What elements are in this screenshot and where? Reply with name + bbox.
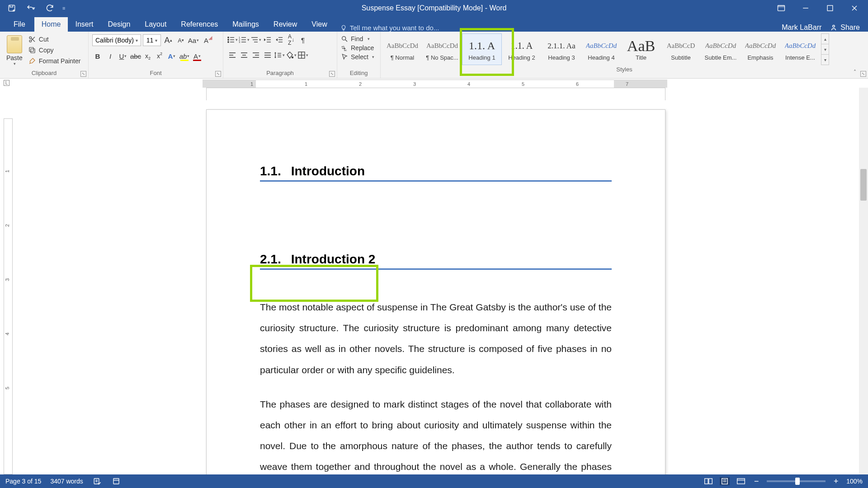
- replace-icon: abac: [341, 44, 348, 52]
- sort-button[interactable]: AZ↓: [286, 34, 297, 45]
- qat-customize[interactable]: ≡: [62, 5, 65, 11]
- style-heading-1[interactable]: 1.1. AHeading 1: [462, 33, 502, 65]
- tab-layout[interactable]: Layout: [137, 17, 174, 32]
- font-color-button[interactable]: A▾: [192, 51, 203, 61]
- format-painter-button[interactable]: Format Painter: [28, 57, 81, 65]
- align-center-button[interactable]: [239, 50, 250, 61]
- bold-button[interactable]: B: [92, 51, 103, 61]
- numbering-button[interactable]: 123▾: [239, 34, 250, 45]
- borders-button[interactable]: ▾: [297, 50, 308, 61]
- close-button[interactable]: [850, 4, 859, 13]
- change-case-button[interactable]: Aa▾: [188, 35, 199, 46]
- styles-gallery-scroll[interactable]: ▴ ▾ ▾: [821, 33, 829, 65]
- zoom-out-button[interactable]: −: [752, 477, 760, 486]
- tab-references[interactable]: References: [174, 17, 225, 32]
- document-page[interactable]: 1.1.Introduction 2.1.Introduction 2 The …: [206, 109, 665, 474]
- vertical-ruler[interactable]: 1 2 3 4 5: [4, 118, 13, 474]
- justify-button[interactable]: [262, 50, 273, 61]
- style-intense-e-[interactable]: AaBbCcDdIntense E...: [780, 33, 820, 65]
- decrease-indent-button[interactable]: [262, 34, 273, 45]
- clipboard-dialog-launcher[interactable]: ⤡: [80, 71, 86, 77]
- web-layout-button[interactable]: [736, 477, 746, 485]
- user-name[interactable]: Mark LaBarr: [782, 23, 821, 32]
- share-button[interactable]: Share: [830, 23, 860, 32]
- macro-icon[interactable]: [111, 477, 121, 485]
- zoom-in-button[interactable]: +: [832, 477, 840, 486]
- body-text[interactable]: The most notable aspect of suspense in T…: [260, 297, 612, 474]
- align-right-button[interactable]: [250, 50, 261, 61]
- align-left-button[interactable]: [227, 50, 238, 61]
- paragraph-dialog-launcher[interactable]: ⤡: [329, 71, 335, 77]
- show-marks-button[interactable]: ¶: [297, 34, 308, 45]
- style--no-spac-[interactable]: AaBbCcDd¶ No Spac...: [422, 33, 462, 65]
- heading-1[interactable]: 1.1.Introduction: [260, 164, 612, 182]
- multilevel-list-button[interactable]: ▾: [250, 34, 261, 45]
- style-title[interactable]: AaBTitle: [621, 33, 661, 65]
- font-size-combo[interactable]: 11▾: [143, 34, 161, 46]
- group-editing: Find▾ abacReplace Select▾ Editing: [337, 32, 381, 78]
- tab-selector[interactable]: L: [4, 80, 9, 86]
- replace-button[interactable]: abacReplace: [341, 44, 374, 52]
- increase-indent-button[interactable]: [274, 34, 285, 45]
- clear-formatting-button[interactable]: A◢: [201, 35, 212, 46]
- subscript-button[interactable]: x2: [143, 51, 153, 61]
- style-heading-2[interactable]: 1.1. AHeading 2: [502, 33, 542, 65]
- horizontal-ruler[interactable]: 11234567: [203, 80, 667, 89]
- shrink-font-button[interactable]: A▾: [175, 35, 186, 46]
- spellcheck-icon[interactable]: [92, 477, 102, 485]
- page-indicator[interactable]: Page 3 of 15: [5, 478, 41, 485]
- highlight-button[interactable]: ab▾: [179, 51, 190, 61]
- tab-design[interactable]: Design: [100, 17, 137, 32]
- style-emphasis[interactable]: AaBbCcDdEmphasis: [741, 33, 780, 65]
- copy-button[interactable]: Copy: [28, 46, 81, 54]
- style-subtitle[interactable]: AaBbCcDSubtitle: [661, 33, 701, 65]
- paste-button[interactable]: Paste ▾: [4, 34, 25, 67]
- tell-me-search[interactable]: Tell me what you want to do...: [335, 24, 439, 32]
- zoom-level[interactable]: 100%: [846, 478, 863, 485]
- chevron-up-icon[interactable]: ▴: [821, 34, 829, 44]
- tab-view[interactable]: View: [304, 17, 334, 32]
- styles-more-icon[interactable]: ▾: [821, 55, 829, 65]
- zoom-slider[interactable]: [767, 480, 826, 482]
- minimize-button[interactable]: [801, 4, 810, 13]
- tab-review[interactable]: Review: [266, 17, 304, 32]
- undo-button[interactable]: ▾: [26, 4, 35, 13]
- chevron-down-icon[interactable]: ▾: [821, 44, 829, 55]
- style--normal[interactable]: AaBbCcDd¶ Normal: [382, 33, 422, 65]
- select-button[interactable]: Select▾: [341, 53, 374, 61]
- heading-2[interactable]: 2.1.Introduction 2: [260, 252, 612, 270]
- style-heading-3[interactable]: 2.1.1. AaHeading 3: [542, 33, 581, 65]
- tab-file[interactable]: File: [5, 17, 34, 32]
- font-name-combo[interactable]: Calibri (Body)▾: [92, 34, 141, 46]
- redo-button[interactable]: [45, 4, 54, 13]
- maximize-button[interactable]: [826, 4, 835, 13]
- bullets-button[interactable]: ▾: [227, 34, 238, 45]
- shading-button[interactable]: ▾: [286, 50, 297, 61]
- word-count[interactable]: 3407 words: [50, 478, 83, 485]
- collapse-ribbon-icon[interactable]: ˄: [854, 69, 856, 75]
- tab-insert[interactable]: Insert: [68, 17, 100, 32]
- read-mode-button[interactable]: [703, 477, 713, 485]
- strikethrough-button[interactable]: abc: [130, 51, 141, 61]
- vertical-scrollbar[interactable]: [859, 88, 868, 474]
- cut-button[interactable]: Cut: [28, 35, 81, 43]
- font-dialog-launcher[interactable]: ⤡: [215, 71, 221, 77]
- text-effects-button[interactable]: A▾: [166, 51, 177, 61]
- style-subtle-em-[interactable]: AaBbCcDdSubtle Em...: [701, 33, 741, 65]
- scrollbar-thumb[interactable]: [860, 169, 867, 201]
- italic-button[interactable]: I: [105, 51, 116, 61]
- tab-home[interactable]: Home: [34, 17, 68, 32]
- styles-dialog-launcher[interactable]: ⤡: [860, 71, 866, 77]
- print-layout-button[interactable]: [720, 477, 730, 485]
- autosave-icon[interactable]: [7, 4, 16, 13]
- underline-button[interactable]: U▾: [118, 51, 128, 61]
- find-button[interactable]: Find▾: [341, 35, 374, 42]
- grow-font-button[interactable]: A▴: [163, 35, 174, 46]
- superscript-button[interactable]: x2: [155, 51, 165, 61]
- ribbon-display-icon[interactable]: [777, 4, 786, 13]
- paintbrush-icon: [28, 57, 36, 65]
- svg-point-12: [228, 37, 229, 38]
- line-spacing-button[interactable]: ▾: [274, 50, 285, 61]
- tab-mailings[interactable]: Mailings: [225, 17, 266, 32]
- style-heading-4[interactable]: AaBbCcDdHeading 4: [581, 33, 621, 65]
